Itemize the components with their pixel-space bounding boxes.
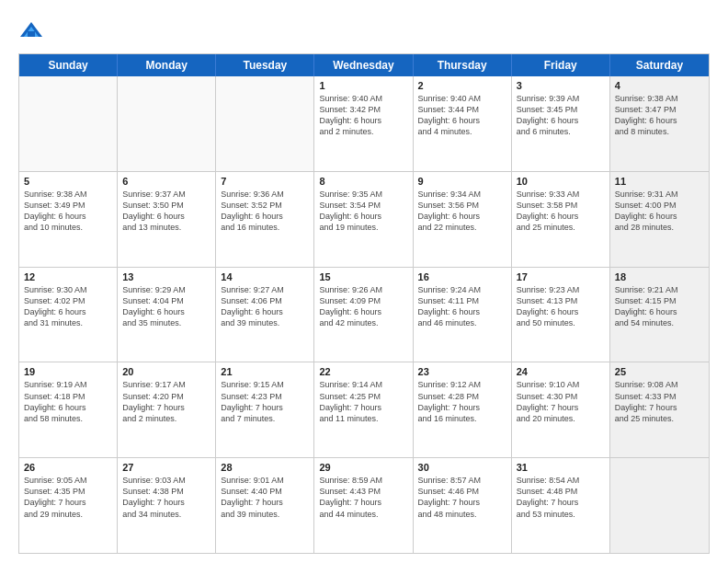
day-number: 19: [24, 366, 112, 377]
day-number: 4: [615, 80, 704, 91]
calendar-cell-1-0: 5Sunrise: 9:38 AM Sunset: 3:49 PM Daylig…: [19, 172, 118, 267]
calendar-cell-0-1: [118, 76, 216, 171]
day-number: 15: [319, 271, 407, 282]
day-number: 3: [517, 80, 605, 91]
day-info: Sunrise: 8:57 AM Sunset: 4:46 PM Dayligh…: [418, 475, 506, 520]
calendar-cell-0-6: 4Sunrise: 9:38 AM Sunset: 3:47 PM Daylig…: [610, 76, 709, 171]
day-info: Sunrise: 9:12 AM Sunset: 4:28 PM Dayligh…: [418, 379, 506, 424]
calendar-cell-4-1: 27Sunrise: 9:03 AM Sunset: 4:38 PM Dayli…: [118, 458, 216, 553]
day-number: 6: [122, 176, 210, 187]
day-number: 21: [221, 366, 309, 377]
day-number: 8: [319, 176, 407, 187]
calendar: SundayMondayTuesdayWednesdayThursdayFrid…: [18, 53, 710, 554]
calendar-cell-3-6: 25Sunrise: 9:08 AM Sunset: 4:33 PM Dayli…: [610, 362, 709, 457]
day-number: 9: [418, 176, 506, 187]
day-number: 22: [319, 366, 407, 377]
day-info: Sunrise: 9:05 AM Sunset: 4:35 PM Dayligh…: [24, 475, 112, 520]
calendar-cell-4-2: 28Sunrise: 9:01 AM Sunset: 4:40 PM Dayli…: [216, 458, 314, 553]
day-info: Sunrise: 9:36 AM Sunset: 3:52 PM Dayligh…: [221, 189, 309, 234]
day-info: Sunrise: 9:01 AM Sunset: 4:40 PM Dayligh…: [221, 475, 309, 520]
calendar-cell-0-2: [216, 76, 314, 171]
day-info: Sunrise: 9:34 AM Sunset: 3:56 PM Dayligh…: [418, 189, 506, 234]
calendar-cell-1-4: 9Sunrise: 9:34 AM Sunset: 3:56 PM Daylig…: [414, 172, 512, 267]
calendar-week-3: 19Sunrise: 9:19 AM Sunset: 4:18 PM Dayli…: [19, 362, 709, 457]
day-info: Sunrise: 9:21 AM Sunset: 4:15 PM Dayligh…: [615, 284, 704, 329]
day-number: 18: [615, 271, 704, 282]
day-number: 28: [221, 462, 309, 473]
day-number: 5: [24, 176, 112, 187]
day-info: Sunrise: 9:08 AM Sunset: 4:33 PM Dayligh…: [615, 379, 704, 424]
calendar-cell-4-6: [610, 458, 709, 553]
day-number: 10: [517, 176, 605, 187]
calendar-header-saturday: Saturday: [610, 54, 709, 76]
calendar-cell-1-3: 8Sunrise: 9:35 AM Sunset: 3:54 PM Daylig…: [314, 172, 413, 267]
svg-rect-2: [28, 31, 35, 37]
calendar-cell-3-3: 22Sunrise: 9:14 AM Sunset: 4:25 PM Dayli…: [314, 362, 413, 457]
day-number: 31: [517, 462, 605, 473]
page: SundayMondayTuesdayWednesdayThursdayFrid…: [0, 0, 728, 563]
day-info: Sunrise: 9:27 AM Sunset: 4:06 PM Dayligh…: [221, 284, 309, 329]
calendar-cell-3-0: 19Sunrise: 9:19 AM Sunset: 4:18 PM Dayli…: [19, 362, 118, 457]
calendar-header-wednesday: Wednesday: [314, 54, 413, 76]
calendar-cell-1-1: 6Sunrise: 9:37 AM Sunset: 3:50 PM Daylig…: [118, 172, 216, 267]
day-number: 25: [615, 366, 704, 377]
day-info: Sunrise: 9:31 AM Sunset: 4:00 PM Dayligh…: [615, 189, 704, 234]
calendar-cell-4-4: 30Sunrise: 8:57 AM Sunset: 4:46 PM Dayli…: [414, 458, 512, 553]
day-info: Sunrise: 9:24 AM Sunset: 4:11 PM Dayligh…: [418, 284, 506, 329]
day-info: Sunrise: 9:19 AM Sunset: 4:18 PM Dayligh…: [24, 379, 112, 424]
day-number: 26: [24, 462, 112, 473]
day-info: Sunrise: 9:38 AM Sunset: 3:47 PM Dayligh…: [615, 93, 704, 138]
calendar-header-friday: Friday: [512, 54, 610, 76]
day-number: 24: [517, 366, 605, 377]
day-info: Sunrise: 9:26 AM Sunset: 4:09 PM Dayligh…: [319, 284, 407, 329]
day-info: Sunrise: 9:29 AM Sunset: 4:04 PM Dayligh…: [122, 284, 210, 329]
day-number: 16: [418, 271, 506, 282]
calendar-header-monday: Monday: [118, 54, 216, 76]
day-info: Sunrise: 9:40 AM Sunset: 3:44 PM Dayligh…: [418, 93, 506, 138]
calendar-cell-2-6: 18Sunrise: 9:21 AM Sunset: 4:15 PM Dayli…: [610, 268, 709, 362]
calendar-cell-3-1: 20Sunrise: 9:17 AM Sunset: 4:20 PM Dayli…: [118, 362, 216, 457]
day-info: Sunrise: 9:40 AM Sunset: 3:42 PM Dayligh…: [319, 93, 407, 138]
calendar-cell-4-0: 26Sunrise: 9:05 AM Sunset: 4:35 PM Dayli…: [19, 458, 118, 553]
day-info: Sunrise: 9:38 AM Sunset: 3:49 PM Dayligh…: [24, 189, 112, 234]
calendar-header-tuesday: Tuesday: [216, 54, 314, 76]
day-number: 30: [418, 462, 506, 473]
day-number: 11: [615, 176, 704, 187]
calendar-cell-3-5: 24Sunrise: 9:10 AM Sunset: 4:30 PM Dayli…: [512, 362, 610, 457]
calendar-cell-0-4: 2Sunrise: 9:40 AM Sunset: 3:44 PM Daylig…: [414, 76, 512, 171]
day-number: 7: [221, 176, 309, 187]
day-info: Sunrise: 9:23 AM Sunset: 4:13 PM Dayligh…: [517, 284, 605, 329]
day-info: Sunrise: 9:39 AM Sunset: 3:45 PM Dayligh…: [517, 93, 605, 138]
calendar-cell-0-3: 1Sunrise: 9:40 AM Sunset: 3:42 PM Daylig…: [314, 76, 413, 171]
calendar-cell-3-4: 23Sunrise: 9:12 AM Sunset: 4:28 PM Dayli…: [414, 362, 512, 457]
day-number: 20: [122, 366, 210, 377]
calendar-week-4: 26Sunrise: 9:05 AM Sunset: 4:35 PM Dayli…: [19, 457, 709, 553]
logo-icon: [18, 18, 44, 44]
day-info: Sunrise: 9:33 AM Sunset: 3:58 PM Dayligh…: [517, 189, 605, 234]
day-number: 17: [517, 271, 605, 282]
day-info: Sunrise: 9:30 AM Sunset: 4:02 PM Dayligh…: [24, 284, 112, 329]
calendar-cell-1-5: 10Sunrise: 9:33 AM Sunset: 3:58 PM Dayli…: [512, 172, 610, 267]
day-info: Sunrise: 9:03 AM Sunset: 4:38 PM Dayligh…: [122, 475, 210, 520]
calendar-cell-3-2: 21Sunrise: 9:15 AM Sunset: 4:23 PM Dayli…: [216, 362, 314, 457]
day-info: Sunrise: 9:37 AM Sunset: 3:50 PM Dayligh…: [122, 189, 210, 234]
day-number: 12: [24, 271, 112, 282]
day-info: Sunrise: 9:10 AM Sunset: 4:30 PM Dayligh…: [517, 379, 605, 424]
day-number: 1: [319, 80, 407, 91]
day-number: 23: [418, 366, 506, 377]
calendar-cell-2-0: 12Sunrise: 9:30 AM Sunset: 4:02 PM Dayli…: [19, 268, 118, 362]
calendar-header-sunday: Sunday: [19, 54, 118, 76]
day-info: Sunrise: 8:59 AM Sunset: 4:43 PM Dayligh…: [319, 475, 407, 520]
day-info: Sunrise: 9:17 AM Sunset: 4:20 PM Dayligh…: [122, 379, 210, 424]
day-number: 2: [418, 80, 506, 91]
day-number: 13: [122, 271, 210, 282]
calendar-cell-4-3: 29Sunrise: 8:59 AM Sunset: 4:43 PM Dayli…: [314, 458, 413, 553]
day-number: 27: [122, 462, 210, 473]
day-info: Sunrise: 8:54 AM Sunset: 4:48 PM Dayligh…: [517, 475, 605, 520]
day-number: 29: [319, 462, 407, 473]
calendar-cell-1-2: 7Sunrise: 9:36 AM Sunset: 3:52 PM Daylig…: [216, 172, 314, 267]
calendar-cell-2-4: 16Sunrise: 9:24 AM Sunset: 4:11 PM Dayli…: [414, 268, 512, 362]
logo: [18, 17, 48, 44]
calendar-cell-0-5: 3Sunrise: 9:39 AM Sunset: 3:45 PM Daylig…: [512, 76, 610, 171]
calendar-cell-2-2: 14Sunrise: 9:27 AM Sunset: 4:06 PM Dayli…: [216, 268, 314, 362]
